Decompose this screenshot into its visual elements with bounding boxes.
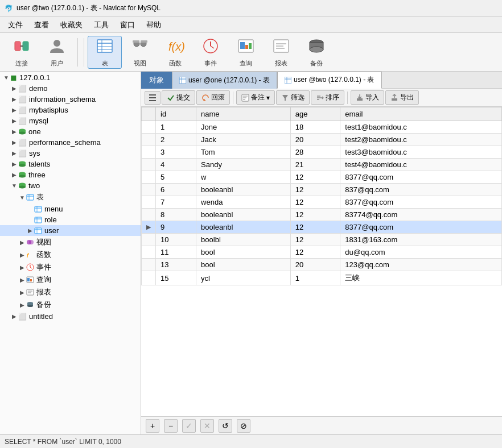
- cell-age[interactable]: 12: [290, 221, 340, 234]
- cell-name[interactable]: Sandy: [196, 159, 291, 171]
- cell-id[interactable]: 8: [156, 209, 196, 221]
- cell-email[interactable]: 三峡: [340, 271, 502, 285]
- cell-age[interactable]: 20: [290, 134, 340, 146]
- sidebar-db-mybatisplus[interactable]: ▶⬜mybatisplus: [0, 105, 141, 115]
- table-row[interactable]: 10boolbl121831@163.com: [142, 234, 502, 246]
- cell-email[interactable]: test3@baomidou.c: [340, 146, 502, 159]
- stop-button[interactable]: ⊘: [237, 419, 250, 433]
- table-row[interactable]: 6booleanbl12837@qq.com: [142, 184, 502, 196]
- table-row[interactable]: 8booleanbl1283774@qq.com: [142, 209, 502, 221]
- sidebar-group-查询[interactable]: ▶查询: [0, 273, 141, 286]
- cell-age[interactable]: 12: [290, 209, 340, 221]
- toolbar-btn-query[interactable]: 查询: [229, 36, 263, 69]
- col-email[interactable]: email: [340, 107, 502, 121]
- cell-id[interactable]: 15: [156, 271, 196, 285]
- sort-button[interactable]: 排序: [311, 90, 344, 105]
- cell-name[interactable]: Jone: [196, 121, 291, 134]
- cell-email[interactable]: test2@baomidou.c: [340, 134, 502, 146]
- cell-email[interactable]: 123@qq.com: [340, 259, 502, 271]
- cell-age[interactable]: 18: [290, 121, 340, 134]
- cell-id[interactable]: 1: [156, 121, 196, 134]
- cell-id[interactable]: 3: [156, 146, 196, 159]
- cell-age[interactable]: 28: [290, 146, 340, 159]
- menu-item-窗口[interactable]: 窗口: [114, 18, 141, 32]
- toolbar-btn-view[interactable]: 视图: [123, 36, 157, 69]
- table-row[interactable]: 11bool12du@qq.com: [142, 246, 502, 259]
- cell-email[interactable]: 8377@qq.com: [340, 171, 502, 184]
- filter-button[interactable]: 筛选: [276, 90, 310, 105]
- sidebar-group-事件[interactable]: ▶事件: [0, 261, 141, 273]
- refresh-button[interactable]: ↺: [219, 419, 232, 433]
- cell-name[interactable]: bool: [196, 259, 291, 271]
- sidebar-group-table[interactable]: ▼表: [0, 191, 141, 204]
- cell-email[interactable]: 1831@163.com: [340, 234, 502, 246]
- rollback-button[interactable]: 回滚: [196, 90, 230, 105]
- cell-email[interactable]: du@qq.com: [340, 246, 502, 259]
- menu-item-帮助[interactable]: 帮助: [141, 18, 167, 32]
- cell-id[interactable]: 7: [156, 196, 196, 209]
- toolbar-btn-function[interactable]: f(x)函数: [158, 36, 192, 69]
- cell-id[interactable]: 2: [156, 134, 196, 146]
- sidebar-group-报表[interactable]: ▶报表: [0, 286, 141, 298]
- sidebar-db-demo[interactable]: ▶⬜demo: [0, 83, 141, 94]
- cell-name[interactable]: ycl: [196, 271, 291, 285]
- sidebar-db-one[interactable]: ▶one: [0, 126, 141, 137]
- cell-id[interactable]: 13: [156, 259, 196, 271]
- sidebar-table-menu[interactable]: menu: [0, 204, 141, 214]
- cell-name[interactable]: booleanbl: [196, 221, 291, 234]
- sidebar-group-函数[interactable]: ▶f函数: [0, 248, 141, 261]
- sidebar-db-mysql[interactable]: ▶⬜mysql: [0, 115, 141, 126]
- hamburger-button[interactable]: [145, 91, 161, 105]
- tab-tab1[interactable]: user @one (127.0.0.1) - 表: [172, 72, 277, 89]
- menu-item-工具[interactable]: 工具: [88, 18, 114, 32]
- sidebar-db-sys[interactable]: ▶⬜sys: [0, 148, 141, 159]
- toolbar-btn-backup[interactable]: 备份: [299, 36, 334, 69]
- cell-age[interactable]: 1: [290, 271, 340, 285]
- cell-email[interactable]: test1@baomidou.c: [340, 121, 502, 134]
- sidebar-db-untitled[interactable]: ▶⬜untitled: [0, 311, 141, 322]
- table-row[interactable]: 2Jack20test2@baomidou.c: [142, 134, 502, 146]
- col-id[interactable]: id: [156, 107, 196, 121]
- commit-button[interactable]: 提交: [162, 90, 195, 105]
- sidebar-db-talents[interactable]: ▶talents: [0, 159, 141, 169]
- cell-age[interactable]: 12: [290, 184, 340, 196]
- cell-name[interactable]: Jack: [196, 134, 291, 146]
- sidebar-db-two[interactable]: ▼two: [0, 180, 141, 191]
- sidebar-db-performance_schema[interactable]: ▶⬜performance_schema: [0, 137, 141, 148]
- toolbar-btn-table[interactable]: 表: [88, 36, 122, 69]
- cell-age[interactable]: 12: [290, 246, 340, 259]
- sidebar-table-user[interactable]: ▶user: [0, 225, 141, 236]
- sidebar-db-three[interactable]: ▶three: [0, 169, 141, 180]
- menu-item-查看[interactable]: 查看: [28, 18, 55, 32]
- table-row[interactable]: 13bool20123@qq.com: [142, 259, 502, 271]
- cell-email[interactable]: 837@qq.com: [340, 184, 502, 196]
- cell-name[interactable]: booleanbl: [196, 209, 291, 221]
- toolbar-btn-event[interactable]: 事件: [194, 36, 228, 69]
- cell-name[interactable]: wenda: [196, 196, 291, 209]
- menu-item-文件[interactable]: 文件: [2, 18, 28, 32]
- table-row[interactable]: ▶9booleanbl128377@qq.com: [142, 221, 502, 234]
- table-row[interactable]: 5w128377@qq.com: [142, 171, 502, 184]
- cell-email[interactable]: 8377@qq.com: [340, 221, 502, 234]
- table-row[interactable]: 7wenda128377@qq.com: [142, 196, 502, 209]
- cell-name[interactable]: boolbl: [196, 234, 291, 246]
- cell-email[interactable]: test4@baomidou.c: [340, 159, 502, 171]
- cell-id[interactable]: 6: [156, 184, 196, 196]
- export-button[interactable]: 导出: [385, 90, 419, 105]
- sidebar-group-视图[interactable]: ▶视图: [0, 236, 141, 248]
- sidebar-db-information_schema[interactable]: ▶⬜information_schema: [0, 94, 141, 105]
- cell-name[interactable]: booleanbl: [196, 184, 291, 196]
- cell-name[interactable]: bool: [196, 246, 291, 259]
- toolbar-btn-report[interactable]: 报表: [264, 36, 298, 69]
- delete-row-button[interactable]: −: [164, 419, 178, 433]
- import-button[interactable]: 导入: [351, 90, 384, 105]
- cell-name[interactable]: Tom: [196, 146, 291, 159]
- cell-name[interactable]: w: [196, 171, 291, 184]
- cell-age[interactable]: 12: [290, 234, 340, 246]
- cell-id[interactable]: 10: [156, 234, 196, 246]
- cell-age[interactable]: 20: [290, 259, 340, 271]
- cell-id[interactable]: 5: [156, 171, 196, 184]
- cell-age[interactable]: 12: [290, 171, 340, 184]
- col-name[interactable]: name: [196, 107, 291, 121]
- sidebar-connection[interactable]: ▼◼127.0.0.1: [0, 72, 141, 83]
